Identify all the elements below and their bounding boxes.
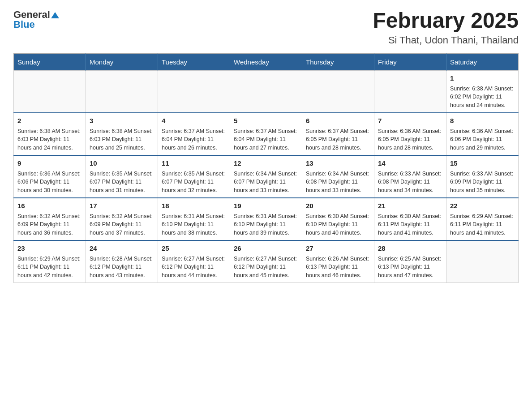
- day-number: 22: [450, 201, 515, 211]
- calendar-week-row: 1Sunrise: 6:38 AM Sunset: 6:02 PM Daylig…: [14, 70, 519, 113]
- day-info: Sunrise: 6:25 AM Sunset: 6:13 PM Dayligh…: [378, 255, 442, 280]
- day-info: Sunrise: 6:32 AM Sunset: 6:09 PM Dayligh…: [90, 212, 154, 237]
- day-info: Sunrise: 6:34 AM Sunset: 6:08 PM Dayligh…: [306, 170, 370, 195]
- day-number: 8: [450, 116, 515, 126]
- day-info: Sunrise: 6:37 AM Sunset: 6:05 PM Dayligh…: [306, 127, 370, 152]
- calendar-header-friday: Friday: [374, 53, 446, 70]
- day-number: 11: [162, 158, 226, 168]
- day-number: 6: [306, 116, 370, 126]
- day-info: Sunrise: 6:26 AM Sunset: 6:13 PM Dayligh…: [306, 255, 370, 280]
- calendar-day-cell: 13Sunrise: 6:34 AM Sunset: 6:08 PM Dayli…: [302, 155, 374, 198]
- calendar-week-row: 2Sunrise: 6:38 AM Sunset: 6:03 PM Daylig…: [14, 113, 519, 155]
- calendar-day-cell: 23Sunrise: 6:29 AM Sunset: 6:11 PM Dayli…: [14, 240, 86, 283]
- calendar-header-wednesday: Wednesday: [230, 53, 302, 70]
- day-number: 4: [162, 116, 226, 126]
- day-number: 3: [90, 116, 154, 126]
- calendar-day-cell: 9Sunrise: 6:36 AM Sunset: 6:06 PM Daylig…: [14, 155, 86, 198]
- day-info: Sunrise: 6:37 AM Sunset: 6:04 PM Dayligh…: [234, 127, 298, 152]
- day-number: 28: [378, 244, 442, 253]
- day-info: Sunrise: 6:33 AM Sunset: 6:08 PM Dayligh…: [378, 170, 442, 195]
- svg-marker-0: [51, 12, 59, 18]
- page-subtitle: Si That, Udon Thani, Thailand: [373, 34, 519, 46]
- logo-blue: Blue: [13, 19, 35, 30]
- calendar-day-cell: 26Sunrise: 6:27 AM Sunset: 6:12 PM Dayli…: [230, 240, 302, 283]
- calendar-day-cell: 15Sunrise: 6:33 AM Sunset: 6:09 PM Dayli…: [446, 155, 519, 198]
- calendar-day-cell: [446, 240, 519, 283]
- calendar-day-cell: 20Sunrise: 6:30 AM Sunset: 6:10 PM Dayli…: [302, 198, 374, 240]
- day-info: Sunrise: 6:37 AM Sunset: 6:04 PM Dayligh…: [162, 127, 226, 152]
- day-number: 10: [90, 158, 154, 168]
- day-number: 16: [17, 201, 82, 211]
- page-header: General Blue February 2025 Si That, Udon…: [13, 9, 519, 46]
- calendar-day-cell: [374, 70, 446, 113]
- day-info: Sunrise: 6:27 AM Sunset: 6:12 PM Dayligh…: [234, 255, 298, 280]
- day-number: 9: [17, 158, 82, 168]
- calendar-week-row: 23Sunrise: 6:29 AM Sunset: 6:11 PM Dayli…: [14, 240, 519, 283]
- day-info: Sunrise: 6:38 AM Sunset: 6:03 PM Dayligh…: [17, 127, 82, 152]
- logo: General Blue: [13, 9, 59, 30]
- day-info: Sunrise: 6:30 AM Sunset: 6:11 PM Dayligh…: [378, 212, 442, 237]
- calendar-day-cell: 22Sunrise: 6:29 AM Sunset: 6:11 PM Dayli…: [446, 198, 519, 240]
- calendar-day-cell: 16Sunrise: 6:32 AM Sunset: 6:09 PM Dayli…: [14, 198, 86, 240]
- calendar-day-cell: 5Sunrise: 6:37 AM Sunset: 6:04 PM Daylig…: [230, 113, 302, 155]
- day-number: 25: [162, 244, 226, 253]
- calendar-day-cell: 27Sunrise: 6:26 AM Sunset: 6:13 PM Dayli…: [302, 240, 374, 283]
- calendar-day-cell: 19Sunrise: 6:31 AM Sunset: 6:10 PM Dayli…: [230, 198, 302, 240]
- day-info: Sunrise: 6:33 AM Sunset: 6:09 PM Dayligh…: [450, 170, 515, 195]
- calendar-day-cell: 6Sunrise: 6:37 AM Sunset: 6:05 PM Daylig…: [302, 113, 374, 155]
- day-number: 1: [450, 73, 515, 83]
- calendar-header-thursday: Thursday: [302, 53, 374, 70]
- calendar-day-cell: 25Sunrise: 6:27 AM Sunset: 6:12 PM Dayli…: [158, 240, 230, 283]
- day-number: 2: [17, 116, 82, 126]
- day-info: Sunrise: 6:31 AM Sunset: 6:10 PM Dayligh…: [234, 212, 298, 237]
- day-info: Sunrise: 6:28 AM Sunset: 6:12 PM Dayligh…: [90, 255, 154, 280]
- day-number: 21: [378, 201, 442, 211]
- day-number: 17: [90, 201, 154, 211]
- day-info: Sunrise: 6:36 AM Sunset: 6:06 PM Dayligh…: [17, 170, 82, 195]
- calendar-day-cell: 28Sunrise: 6:25 AM Sunset: 6:13 PM Dayli…: [374, 240, 446, 283]
- calendar-table: SundayMondayTuesdayWednesdayThursdayFrid…: [13, 53, 519, 283]
- calendar-day-cell: [302, 70, 374, 113]
- day-info: Sunrise: 6:34 AM Sunset: 6:07 PM Dayligh…: [234, 170, 298, 195]
- calendar-header-sunday: Sunday: [14, 53, 86, 70]
- calendar-day-cell: 17Sunrise: 6:32 AM Sunset: 6:09 PM Dayli…: [86, 198, 158, 240]
- logo-arrow-icon: [51, 11, 59, 19]
- calendar-day-cell: 1Sunrise: 6:38 AM Sunset: 6:02 PM Daylig…: [446, 70, 519, 113]
- calendar-day-cell: 11Sunrise: 6:35 AM Sunset: 6:07 PM Dayli…: [158, 155, 230, 198]
- day-info: Sunrise: 6:31 AM Sunset: 6:10 PM Dayligh…: [162, 212, 226, 237]
- day-number: 23: [17, 244, 82, 253]
- calendar-day-cell: [86, 70, 158, 113]
- day-number: 15: [450, 158, 515, 168]
- calendar-day-cell: 8Sunrise: 6:36 AM Sunset: 6:06 PM Daylig…: [446, 113, 519, 155]
- calendar-header-tuesday: Tuesday: [158, 53, 230, 70]
- calendar-week-row: 9Sunrise: 6:36 AM Sunset: 6:06 PM Daylig…: [14, 155, 519, 198]
- calendar-day-cell: 12Sunrise: 6:34 AM Sunset: 6:07 PM Dayli…: [230, 155, 302, 198]
- day-info: Sunrise: 6:30 AM Sunset: 6:10 PM Dayligh…: [306, 212, 370, 237]
- calendar-day-cell: 14Sunrise: 6:33 AM Sunset: 6:08 PM Dayli…: [374, 155, 446, 198]
- day-number: 13: [306, 158, 370, 168]
- calendar-day-cell: 7Sunrise: 6:36 AM Sunset: 6:05 PM Daylig…: [374, 113, 446, 155]
- day-info: Sunrise: 6:35 AM Sunset: 6:07 PM Dayligh…: [162, 170, 226, 195]
- calendar-day-cell: [14, 70, 86, 113]
- day-number: 7: [378, 116, 442, 126]
- day-number: 5: [234, 116, 298, 126]
- day-info: Sunrise: 6:36 AM Sunset: 6:06 PM Dayligh…: [450, 127, 515, 152]
- calendar-day-cell: [230, 70, 302, 113]
- day-info: Sunrise: 6:38 AM Sunset: 6:02 PM Dayligh…: [450, 85, 515, 110]
- day-info: Sunrise: 6:35 AM Sunset: 6:07 PM Dayligh…: [90, 170, 154, 195]
- calendar-header-row: SundayMondayTuesdayWednesdayThursdayFrid…: [14, 53, 519, 70]
- day-number: 24: [90, 244, 154, 253]
- day-number: 14: [378, 158, 442, 168]
- calendar-day-cell: 3Sunrise: 6:38 AM Sunset: 6:03 PM Daylig…: [86, 113, 158, 155]
- calendar-day-cell: 21Sunrise: 6:30 AM Sunset: 6:11 PM Dayli…: [374, 198, 446, 240]
- calendar-header-monday: Monday: [86, 53, 158, 70]
- calendar-day-cell: 10Sunrise: 6:35 AM Sunset: 6:07 PM Dayli…: [86, 155, 158, 198]
- day-info: Sunrise: 6:27 AM Sunset: 6:12 PM Dayligh…: [162, 255, 226, 280]
- day-info: Sunrise: 6:32 AM Sunset: 6:09 PM Dayligh…: [17, 212, 82, 237]
- day-number: 27: [306, 244, 370, 253]
- calendar-day-cell: 18Sunrise: 6:31 AM Sunset: 6:10 PM Dayli…: [158, 198, 230, 240]
- day-info: Sunrise: 6:36 AM Sunset: 6:05 PM Dayligh…: [378, 127, 442, 152]
- day-number: 26: [234, 244, 298, 253]
- calendar-day-cell: 2Sunrise: 6:38 AM Sunset: 6:03 PM Daylig…: [14, 113, 86, 155]
- title-block: February 2025 Si That, Udon Thani, Thail…: [373, 9, 519, 46]
